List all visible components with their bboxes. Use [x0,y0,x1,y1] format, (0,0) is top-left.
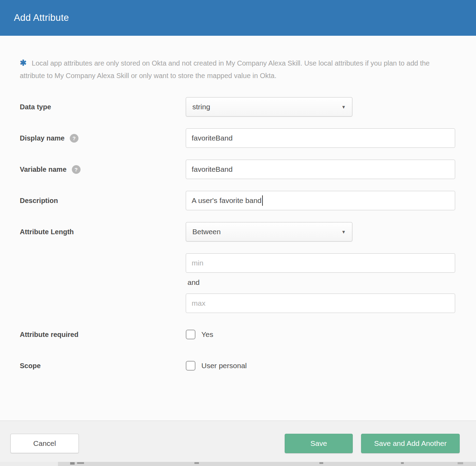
attribute-length-row: Attribute Length Between ▼ [20,222,455,242]
display-name-label-wrap: Display name ? [20,134,186,143]
background-row-fragment [458,462,463,464]
modal-header: Add Attribute [0,0,476,36]
data-type-select[interactable]: string ▼ [186,97,352,117]
scope-row: Scope User personal [20,361,455,371]
scope-checkbox-label: User personal [201,362,247,370]
display-name-row: Display name ? [20,128,455,148]
background-row-fragment [319,462,323,464]
background-row-fragment [77,462,84,464]
scope-checkbox[interactable] [186,361,195,371]
asterisk-icon: ✱ [20,58,26,67]
and-row: and [20,278,455,287]
attribute-length-label: Attribute Length [20,228,74,236]
max-row [20,294,455,313]
description-value: A user's favorite band [192,196,261,205]
help-icon[interactable]: ? [70,134,78,143]
attribute-length-label-wrap: Attribute Length [20,228,186,236]
data-type-label-wrap: Data type [20,103,186,111]
background-page-peek [0,462,476,466]
background-row-fragment [70,462,75,465]
attribute-required-label-wrap: Attribute required [20,331,186,339]
info-note-text: Local app attributes are only stored on … [20,59,429,79]
modal-footer: Cancel Save Save and Add Another [0,421,476,462]
min-row [20,253,455,273]
data-type-selected-value: string [192,103,210,111]
background-row-fragment [401,462,404,464]
attribute-length-selected-value: Between [192,228,221,236]
help-icon[interactable]: ? [72,165,81,174]
description-label-wrap: Description [20,197,186,205]
description-input[interactable]: A user's favorite band [186,191,455,210]
and-label: and [186,278,200,286]
variable-name-label: Variable name [20,166,67,173]
cancel-button[interactable]: Cancel [10,434,79,453]
background-row-fragment [194,462,199,464]
save-button[interactable]: Save [285,434,353,453]
chevron-down-icon: ▼ [341,229,346,235]
chevron-down-icon: ▼ [341,104,346,110]
variable-name-input[interactable] [186,160,455,179]
attribute-required-label: Attribute required [20,331,78,339]
display-name-label: Display name [20,134,65,142]
save-and-add-another-button[interactable]: Save and Add Another [361,434,460,453]
text-cursor [262,195,263,206]
data-type-row: Data type string ▼ [20,97,455,117]
background-row-fragment [0,462,58,466]
description-row: Description A user's favorite band [20,191,455,210]
data-type-label: Data type [20,103,51,111]
add-attribute-form: Data type string ▼ Display name ? Variab… [20,97,455,371]
description-label: Description [20,197,58,205]
modal-title: Add Attribute [14,12,69,23]
info-note: ✱Local app attributes are only stored on… [20,57,454,82]
variable-name-label-wrap: Variable name ? [20,165,186,174]
display-name-input[interactable] [186,128,455,148]
scope-label: Scope [20,362,41,370]
attribute-required-checkbox[interactable] [186,330,195,339]
modal-body: ✱Local app attributes are only stored on… [0,57,476,371]
max-input[interactable] [186,294,455,313]
min-input[interactable] [186,253,455,273]
scope-label-wrap: Scope [20,362,186,370]
attribute-length-select[interactable]: Between ▼ [186,222,352,242]
attribute-required-row: Attribute required Yes [20,330,455,339]
variable-name-row: Variable name ? [20,160,455,179]
attribute-required-checkbox-label: Yes [201,330,213,339]
